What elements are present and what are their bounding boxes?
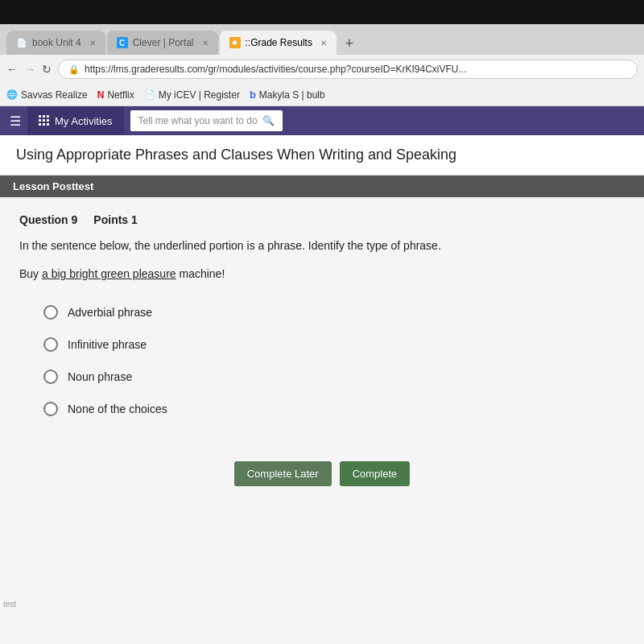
address-bar-row: ← → ↻ 🔒 https://lms.graderesults.com/gr/… — [0, 55, 644, 84]
option-label: Adverbial phrase — [68, 306, 152, 319]
question-points: Points 1 — [93, 213, 137, 226]
tab-bar: 📄 book Unit 4 ✕ C Clever | Portal ✕ ✱ ::… — [0, 24, 644, 55]
question-number: Question 9 — [19, 213, 77, 226]
question-meta: Question 9 Points 1 — [19, 213, 625, 226]
footer-buttons: Complete Later Complete — [19, 448, 625, 499]
new-tab-button[interactable]: + — [338, 32, 361, 55]
tab-grade-results[interactable]: ✱ ::Grade Results ✕ — [220, 31, 336, 55]
option-label: Noun phrase — [68, 370, 132, 383]
tab-book-unit4[interactable]: 📄 book Unit 4 ✕ — [6, 31, 105, 55]
main-content: Question 9 Points 1 In the sentence belo… — [0, 197, 644, 644]
complete-button[interactable]: Complete — [340, 461, 411, 486]
search-placeholder-text: Tell me what you want to do — [138, 115, 258, 126]
sentence-after: machine! — [176, 267, 225, 280]
section-label: Lesson Posttest — [13, 180, 93, 192]
grid-icon — [39, 115, 50, 126]
search-icon: 🔍 — [262, 115, 275, 126]
page-title-bar: Using Appropriate Phrases and Clauses Wh… — [0, 135, 644, 175]
option-label: None of the choices — [68, 402, 167, 415]
sentence-example: Buy a big bright green pleasure machine! — [19, 266, 625, 283]
option-label: Infinitive phrase — [68, 338, 147, 351]
close-icon[interactable]: ✕ — [320, 39, 327, 47]
bookmark-label: My iCEV | Register — [159, 89, 240, 101]
bulb-icon: b — [250, 89, 256, 101]
page-icon: 📄 — [16, 38, 27, 48]
address-text: https://lms.graderesults.com/gr/modules/… — [85, 64, 467, 75]
address-bar[interactable]: 🔒 https://lms.graderesults.com/gr/module… — [58, 60, 638, 79]
bookmark-makyla[interactable]: b Makyla S | bulb — [250, 89, 325, 101]
close-icon[interactable]: ✕ — [89, 39, 96, 47]
hamburger-menu-icon[interactable]: ☰ — [10, 114, 21, 129]
tab-clever[interactable]: C Clever | Portal ✕ — [107, 31, 218, 55]
option-infinitive[interactable]: Infinitive phrase — [43, 337, 625, 352]
netflix-icon: N — [97, 89, 105, 101]
bookmark-savvas[interactable]: 🌐 Savvas Realize — [6, 89, 88, 101]
bookmarks-bar: 🌐 Savvas Realize N Netflix 📄 My iCEV | R… — [0, 84, 644, 106]
tab-label: ::Grade Results — [246, 37, 312, 48]
app-nav: ☰ My Activities Tell me what you want to… — [0, 106, 644, 135]
question-instruction: In the sentence below, the underlined po… — [19, 237, 625, 254]
option-adverbial[interactable]: Adverbial phrase — [43, 305, 625, 320]
my-activities-button[interactable]: My Activities — [27, 106, 124, 135]
option-noun[interactable]: Noun phrase — [43, 369, 625, 384]
sidebar-test-label: test — [0, 598, 19, 610]
refresh-button[interactable]: ↻ — [42, 63, 52, 76]
close-icon[interactable]: ✕ — [202, 39, 208, 47]
bookmark-netflix[interactable]: N Netflix — [97, 89, 134, 101]
option-none[interactable]: None of the choices — [43, 402, 625, 416]
bookmark-icev[interactable]: 📄 My iCEV | Register — [144, 89, 240, 101]
lock-icon: 🔒 — [68, 64, 80, 75]
savvas-icon: 🌐 — [6, 89, 18, 100]
bookmark-label: Makyla S | bulb — [259, 89, 325, 101]
page-icon: 📄 — [144, 89, 155, 100]
clever-icon: C — [117, 37, 128, 48]
radio-adverbial[interactable] — [43, 305, 58, 320]
nav-search-box[interactable]: Tell me what you want to do 🔍 — [130, 110, 283, 131]
tab-label: Clever | Portal — [133, 37, 194, 48]
back-button[interactable]: ← — [6, 63, 18, 76]
radio-noun[interactable] — [43, 369, 58, 384]
page-title: Using Appropriate Phrases and Clauses Wh… — [16, 147, 628, 163]
bookmark-label: Savvas Realize — [21, 89, 88, 101]
sentence-underlined: a big bright green pleasure — [42, 267, 176, 280]
lesson-header: Lesson Posttest — [0, 175, 644, 197]
radio-infinitive[interactable] — [43, 337, 58, 352]
options-list: Adverbial phrase Infinitive phrase Noun … — [19, 305, 625, 416]
complete-later-button[interactable]: Complete Later — [234, 461, 332, 486]
my-activities-label: My Activities — [55, 115, 113, 127]
sentence-before: Buy — [19, 267, 42, 280]
bookmark-label: Netflix — [107, 89, 134, 101]
radio-none[interactable] — [43, 402, 58, 416]
forward-button[interactable]: → — [24, 63, 35, 76]
grade-results-icon: ✱ — [229, 37, 241, 48]
tab-label: book Unit 4 — [32, 37, 81, 48]
